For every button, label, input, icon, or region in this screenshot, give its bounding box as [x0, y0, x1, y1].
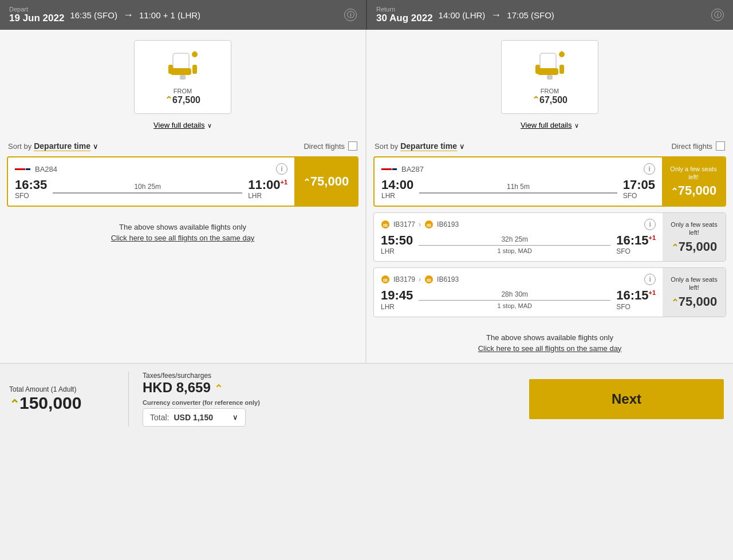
depart-from-time: 16:35 (SFO) — [70, 10, 117, 20]
currency-value: USD 1,150 — [174, 413, 212, 422]
currency-box[interactable]: Total: USD 1,150 ∨ — [143, 408, 246, 427]
return-sort-bar: Sort by Departure time ∨ Direct flights — [366, 136, 733, 156]
return-price-val-2: ⌃75,000 — [671, 294, 717, 309]
return-seat-section: FROM ⌃67,500 — [366, 30, 733, 120]
return-info-icon[interactable]: ⓘ — [711, 9, 724, 21]
footer: Total Amount (1 Adult) ⌃150,000 Taxes/fe… — [0, 363, 733, 435]
return-price-box-2[interactable]: Only a few seats left! ⌃75,000 — [663, 268, 726, 316]
depart-direct-label: Direct flights — [304, 142, 345, 151]
depart-sort-chevron-icon: ∨ — [93, 142, 98, 151]
depart-sort-by-label: Sort by — [8, 142, 31, 151]
return-airline1-1: IB3177 — [393, 220, 415, 228]
svg-text:IB: IB — [427, 223, 431, 228]
depart-date: 19 Jun 2022 — [9, 13, 64, 24]
return-only-few-0: Only a few seats left! — [667, 165, 720, 182]
return-date: 30 Aug 2022 — [376, 13, 433, 24]
return-to-time-block-2: 16:15+1 SFO — [616, 289, 656, 310]
currency-converter-section: Currency converter (for reference only) … — [143, 399, 260, 427]
tax-amount: HKD 8,659 ⌃ — [143, 380, 260, 396]
return-flight-card-0[interactable]: BA287 i 14:00 LHR 11h 5m 17:05 — [373, 156, 726, 207]
svg-text:IB: IB — [427, 278, 431, 283]
depart-direct-checkbox[interactable] — [348, 141, 357, 151]
return-to-time-block-1: 16:15+1 SFO — [616, 234, 656, 255]
svg-rect-10 — [559, 65, 564, 74]
ib6193-logo-icon-2: IB — [424, 275, 434, 284]
next-button[interactable]: Next — [529, 379, 724, 419]
return-chevron-down-icon: ∨ — [574, 122, 579, 129]
svg-rect-1 — [171, 68, 191, 75]
return-header: Return 30 Aug 2022 14:00 (LHR) → 17:05 (… — [366, 0, 733, 30]
depart-airline-name-0: BA284 — [35, 165, 57, 173]
ib3179-logo-icon: IB — [381, 275, 390, 284]
currency-converter-label: Currency converter (for reference only) — [143, 399, 260, 406]
return-airline1-2: IB3179 — [393, 275, 415, 283]
return-panel: FROM ⌃67,500 View full details ∨ Sort by… — [366, 30, 733, 363]
return-flight-main-1: IB IB3177 › IB IB6193 i — [374, 213, 663, 261]
depart-price-val-0: ⌃75,000 — [303, 174, 349, 189]
depart-info-icon[interactable]: ⓘ — [344, 9, 357, 21]
return-from-time: 14:00 (LHR) — [439, 10, 486, 20]
total-section: Total Amount (1 Adult) ⌃150,000 — [9, 385, 124, 413]
depart-price-box-0[interactable]: ⌃75,000 — [294, 157, 357, 206]
ib6193-logo-icon-1: IB — [424, 220, 434, 229]
depart-arrow-icon: → — [123, 9, 133, 21]
depart-seat-icon — [163, 49, 203, 83]
return-flight-card-2[interactable]: IB IB3179 › IB IB6193 i 19:45 — [373, 267, 726, 317]
depart-flight-info-icon-0[interactable]: i — [276, 163, 287, 175]
return-arrow-icon: → — [491, 9, 501, 21]
return-from-label: FROM — [518, 88, 582, 94]
return-view-details[interactable]: View full details ∨ — [366, 120, 733, 130]
return-flight-info-icon-0[interactable]: i — [644, 163, 655, 175]
return-avios-amount: ⌃67,500 — [518, 94, 582, 105]
return-airline2-2: IB6193 — [437, 275, 459, 283]
return-flight-line-2: 28h 30m 1 stop, MAD — [416, 290, 613, 310]
svg-rect-3 — [192, 65, 197, 74]
return-to-time: 17:05 (SFO) — [507, 10, 554, 20]
return-notice-link[interactable]: Click here to see all flights on the sam… — [371, 344, 728, 353]
return-flight-card-1[interactable]: IB IB3177 › IB IB6193 i — [373, 212, 726, 262]
return-sort-dropdown[interactable]: Sort by Departure time ∨ — [375, 141, 465, 151]
svg-rect-0 — [173, 53, 189, 69]
return-seat-box: FROM ⌃67,500 — [501, 40, 598, 114]
return-header-info: Return 30 Aug 2022 — [376, 6, 433, 24]
depart-panel: FROM ⌃67,500 View full details ∨ Sort by… — [0, 30, 366, 363]
depart-time-val-to-0: 11:00+1 — [248, 178, 287, 192]
depart-notice-link[interactable]: Click here to see all flights on the sam… — [5, 234, 361, 242]
depart-flight-card-0[interactable]: BA284 i 16:35 SFO 10h 25m 11:0 — [7, 156, 358, 207]
return-flight-info-icon-2[interactable]: i — [644, 274, 656, 285]
currency-total-label: Total: — [150, 413, 169, 422]
depart-header: Depart 19 Jun 2022 16:35 (SFO) → 11:00 +… — [0, 0, 366, 30]
depart-time-val-from-0: 16:35 — [15, 178, 47, 192]
return-flight-info-icon-1[interactable]: i — [644, 219, 656, 230]
depart-airport-to-0: LHR — [248, 192, 287, 200]
return-seat-icon — [530, 49, 570, 83]
return-flight-line-1: 32h 25m 1 stop, MAD — [416, 235, 613, 255]
return-flight-line-0: 11h 5m — [417, 183, 619, 195]
depart-view-details[interactable]: View full details ∨ — [0, 120, 365, 130]
depart-airport-from-0: SFO — [15, 192, 47, 200]
return-price-box-0[interactable]: Only a few seats left! ⌃75,000 — [662, 157, 725, 206]
return-airline-0: BA287 — [401, 165, 424, 173]
depart-sort-value: Departure time — [34, 141, 90, 151]
depart-notice-line1: The above shows available flights only — [5, 223, 361, 231]
currency-chevron-down-icon: ∨ — [232, 413, 238, 421]
return-flight-main-0: BA287 i 14:00 LHR 11h 5m 17:05 — [375, 157, 662, 206]
return-flight-main-2: IB IB3179 › IB IB6193 i 19:45 — [374, 268, 663, 316]
svg-rect-4 — [180, 75, 186, 80]
depart-to-time-block-0: 11:00+1 LHR — [248, 178, 287, 200]
return-avios-icon: ⌃ — [532, 95, 539, 105]
svg-rect-2 — [168, 65, 173, 74]
depart-flight-main-0: BA284 i 16:35 SFO 10h 25m 11:0 — [8, 157, 294, 206]
return-direct-label: Direct flights — [671, 142, 712, 151]
svg-text:IB: IB — [383, 223, 388, 228]
svg-rect-7 — [540, 53, 556, 69]
depart-from-time-block-0: 16:35 SFO — [15, 178, 47, 200]
return-price-box-1[interactable]: Only a few seats left! ⌃75,000 — [663, 213, 726, 261]
depart-sort-bar: Sort by Departure time ∨ Direct flights — [0, 136, 365, 156]
ib3177-logo-icon: IB — [381, 220, 390, 229]
depart-sort-dropdown[interactable]: Sort by Departure time ∨ — [8, 141, 98, 151]
return-from-time-block-1: 15:50 LHR — [381, 234, 413, 255]
return-direct-checkbox[interactable] — [716, 141, 725, 151]
return-from-time-block-2: 19:45 LHR — [381, 289, 413, 310]
return-to-time-block-0: 17:05 SFO — [623, 178, 655, 200]
